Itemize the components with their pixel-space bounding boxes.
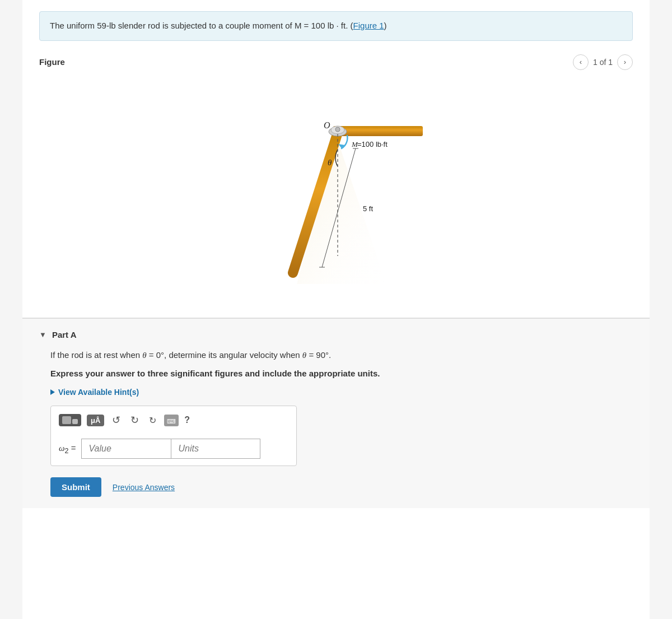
dimension-label: 5 ft — [363, 204, 373, 213]
hint-triangle-icon — [50, 389, 55, 395]
figure-nav: ‹ 1 of 1 › — [573, 54, 633, 70]
keyboard-icon: ⌨ — [167, 418, 176, 425]
theta-label: θ — [328, 158, 332, 167]
redo-button[interactable]: ↻ — [128, 413, 141, 427]
figure-next-button[interactable]: › — [617, 54, 633, 70]
moment-equals: =100 lb·ft — [357, 140, 388, 148]
hint-label: View Available Hint(s) — [58, 388, 139, 397]
part-a-section: ▼ Part A If the rod is at rest when θ = … — [22, 318, 650, 509]
part-instruction: Express your answer to three significant… — [50, 367, 633, 380]
submit-row: Submit Previous Answers — [50, 477, 633, 497]
figure-link[interactable]: Figure 1 — [353, 21, 384, 30]
part-title: Part A — [52, 330, 77, 339]
big-block — [62, 416, 71, 424]
figure-page: 1 of 1 — [593, 58, 613, 67]
problem-statement: The uniform 59-lb slender rod is subject… — [39, 11, 633, 41]
pivot-center — [335, 127, 340, 132]
help-button[interactable]: ? — [184, 415, 190, 425]
submit-button[interactable]: Submit — [50, 477, 101, 497]
input-label: ω2 = — [59, 443, 76, 455]
figure-title: Figure — [39, 57, 65, 67]
units-input[interactable] — [171, 439, 260, 459]
figure-header: Figure ‹ 1 of 1 › — [39, 54, 633, 70]
block-icon — [62, 416, 78, 424]
figure-image-area: O M =100 lb·ft θ 5 ft — [39, 77, 633, 301]
hint-link[interactable]: View Available Hint(s) — [50, 388, 633, 397]
part-question: If the rod is at rest when θ = 0°, deter… — [50, 348, 633, 362]
answer-box: μÅ ↺ ↻ ↻ ⌨ ? ω2 = — [50, 406, 297, 466]
value-input[interactable] — [81, 439, 171, 459]
refresh-button[interactable]: ↻ — [147, 414, 158, 427]
small-block — [72, 419, 78, 424]
keyboard-button[interactable]: ⌨ — [164, 415, 179, 426]
figure-prev-button[interactable]: ‹ — [573, 54, 589, 70]
figure-section: Figure ‹ 1 of 1 › — [39, 54, 633, 301]
origin-label: O — [324, 120, 330, 130]
previous-answers-link[interactable]: Previous Answers — [113, 483, 175, 492]
undo-button[interactable]: ↺ — [110, 413, 123, 427]
rod-diagram: O M =100 lb·ft θ 5 ft — [230, 82, 442, 290]
toolbar-icon-group — [59, 414, 81, 426]
toolbar: μÅ ↺ ↻ ↻ ⌨ ? — [59, 413, 288, 432]
part-header: ▼ Part A — [39, 330, 633, 339]
collapse-toggle[interactable]: ▼ — [39, 331, 46, 339]
problem-text: The uniform 59-lb slender rod is subject… — [50, 21, 348, 30]
input-row: ω2 = — [59, 439, 288, 459]
mu-button[interactable]: μÅ — [87, 415, 104, 426]
